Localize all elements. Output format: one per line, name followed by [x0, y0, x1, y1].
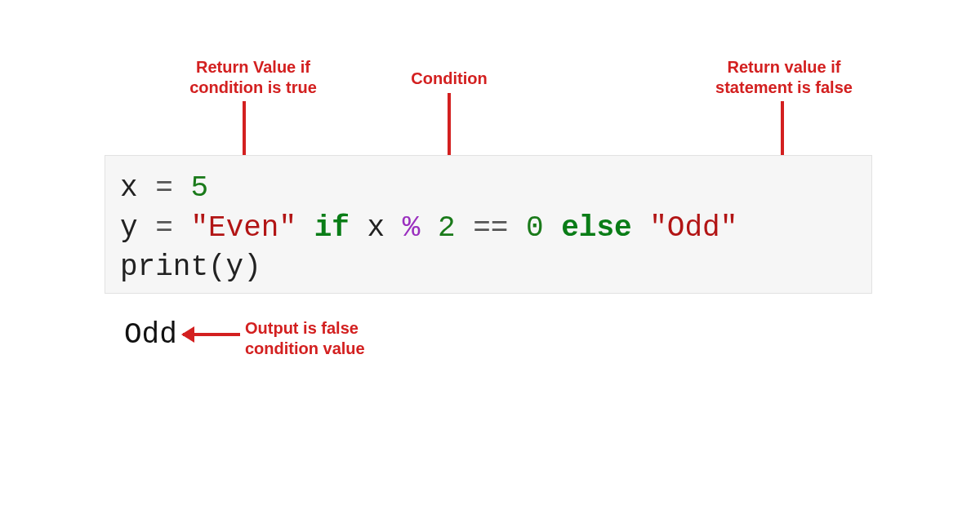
code-line-1: x = 5 [120, 171, 208, 205]
code-line-2: y = "Even" if x % 2 == 0 else "Odd" [120, 211, 737, 245]
arrow-left-icon [183, 333, 240, 336]
annotation-true-value: Return Value if condition is true [163, 57, 343, 98]
program-output: Odd [124, 318, 177, 352]
code-line-3: print(y) [120, 250, 261, 284]
annotation-false-value: Return value if statement is false [694, 57, 874, 98]
code-block: x = 5 y = "Even" if x % 2 == 0 else "Odd… [105, 155, 872, 294]
annotation-condition: Condition [392, 69, 506, 89]
annotation-output-note: Output is false condition value [245, 318, 408, 359]
